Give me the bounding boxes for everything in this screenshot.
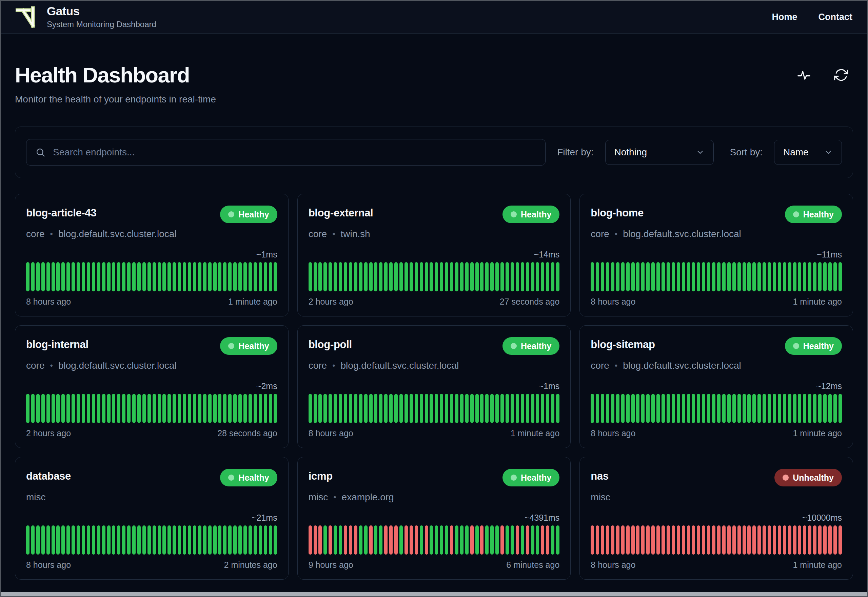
status-bar[interactable] — [833, 526, 837, 555]
status-bar[interactable] — [208, 526, 212, 555]
status-bar[interactable] — [259, 262, 262, 291]
status-bar[interactable] — [31, 394, 35, 423]
status-bar[interactable] — [641, 262, 644, 291]
status-bar[interactable] — [651, 262, 655, 291]
status-bar[interactable] — [354, 526, 357, 555]
status-bar[interactable] — [722, 262, 726, 291]
status-bar[interactable] — [823, 526, 827, 555]
status-bar[interactable] — [233, 394, 237, 423]
status-bar[interactable] — [692, 262, 695, 291]
status-bar[interactable] — [702, 526, 705, 555]
status-bar[interactable] — [490, 526, 494, 555]
status-bar[interactable] — [717, 526, 720, 555]
status-bar[interactable] — [259, 394, 262, 423]
status-bar[interactable] — [359, 394, 363, 423]
status-bar[interactable] — [793, 526, 797, 555]
status-bar[interactable] — [511, 526, 514, 555]
status-bar[interactable] — [420, 526, 423, 555]
status-bar[interactable] — [228, 262, 232, 291]
status-bar[interactable] — [56, 526, 60, 555]
status-bar[interactable] — [631, 526, 635, 555]
status-bar[interactable] — [41, 394, 45, 423]
status-bar[interactable] — [752, 262, 756, 291]
status-bar[interactable] — [354, 394, 357, 423]
status-bar[interactable] — [808, 394, 812, 423]
status-bar[interactable] — [228, 394, 232, 423]
status-bar[interactable] — [394, 526, 398, 555]
status-bar[interactable] — [813, 526, 816, 555]
status-bar[interactable] — [475, 262, 479, 291]
status-bar[interactable] — [158, 526, 161, 555]
status-bar[interactable] — [46, 262, 50, 291]
status-bar[interactable] — [531, 394, 534, 423]
status-bar[interactable] — [430, 262, 433, 291]
status-bar[interactable] — [833, 394, 837, 423]
status-bar[interactable] — [67, 394, 70, 423]
status-bar[interactable] — [117, 262, 120, 291]
status-bar[interactable] — [102, 394, 105, 423]
status-bar[interactable] — [646, 262, 650, 291]
status-bar[interactable] — [148, 262, 151, 291]
status-bar[interactable] — [188, 526, 191, 555]
status-bar[interactable] — [102, 262, 105, 291]
status-bar[interactable] — [243, 262, 247, 291]
status-bar[interactable] — [112, 394, 115, 423]
status-bar[interactable] — [656, 262, 660, 291]
status-bar[interactable] — [384, 394, 388, 423]
status-bar[interactable] — [828, 394, 832, 423]
status-bar[interactable] — [117, 394, 120, 423]
status-bar[interactable] — [596, 394, 599, 423]
status-bar[interactable] — [773, 526, 776, 555]
status-bar[interactable] — [465, 262, 469, 291]
status-bar[interactable] — [752, 526, 756, 555]
status-bar[interactable] — [445, 394, 448, 423]
status-bar[interactable] — [757, 262, 761, 291]
status-bar[interactable] — [818, 394, 822, 423]
status-bar[interactable] — [788, 262, 791, 291]
status-bar[interactable] — [521, 394, 524, 423]
status-bar[interactable] — [56, 394, 60, 423]
status-bar[interactable] — [778, 262, 781, 291]
status-bar[interactable] — [601, 394, 604, 423]
status-bar[interactable] — [702, 262, 705, 291]
status-bar[interactable] — [702, 394, 705, 423]
status-bar[interactable] — [253, 262, 257, 291]
status-bar[interactable] — [41, 262, 45, 291]
status-bar[interactable] — [475, 526, 479, 555]
status-bar[interactable] — [318, 526, 322, 555]
status-bar[interactable] — [621, 394, 625, 423]
status-bar[interactable] — [364, 394, 367, 423]
status-bar[interactable] — [92, 526, 95, 555]
status-bar[interactable] — [536, 526, 539, 555]
status-bar[interactable] — [308, 262, 312, 291]
status-bar[interactable] — [626, 526, 630, 555]
endpoint-card[interactable]: blog-internal Healthy core • blog.defaul… — [15, 325, 289, 448]
status-bar[interactable] — [334, 526, 337, 555]
status-bar[interactable] — [183, 526, 186, 555]
status-bar[interactable] — [450, 262, 453, 291]
status-bar[interactable] — [314, 262, 317, 291]
status-bar[interactable] — [541, 394, 544, 423]
status-bar[interactable] — [107, 394, 111, 423]
status-bar[interactable] — [213, 526, 217, 555]
status-bar[interactable] — [82, 262, 85, 291]
status-bar[interactable] — [399, 262, 403, 291]
status-bar[interactable] — [132, 394, 136, 423]
status-bar[interactable] — [485, 262, 489, 291]
status-bar[interactable] — [203, 526, 206, 555]
endpoint-card[interactable]: database Healthy misc ~21ms 8 hours ago … — [15, 457, 289, 580]
status-bar[interactable] — [193, 526, 196, 555]
status-bar[interactable] — [440, 394, 443, 423]
status-bar[interactable] — [788, 526, 791, 555]
status-bar[interactable] — [379, 262, 382, 291]
status-bar[interactable] — [410, 262, 413, 291]
status-bar[interactable] — [188, 394, 191, 423]
status-bar[interactable] — [460, 394, 464, 423]
status-bar[interactable] — [516, 394, 519, 423]
status-bar[interactable] — [636, 262, 640, 291]
status-bar[interactable] — [425, 526, 428, 555]
status-bar[interactable] — [641, 394, 644, 423]
status-bar[interactable] — [712, 262, 715, 291]
status-bar[interactable] — [158, 262, 161, 291]
status-bar[interactable] — [768, 262, 771, 291]
